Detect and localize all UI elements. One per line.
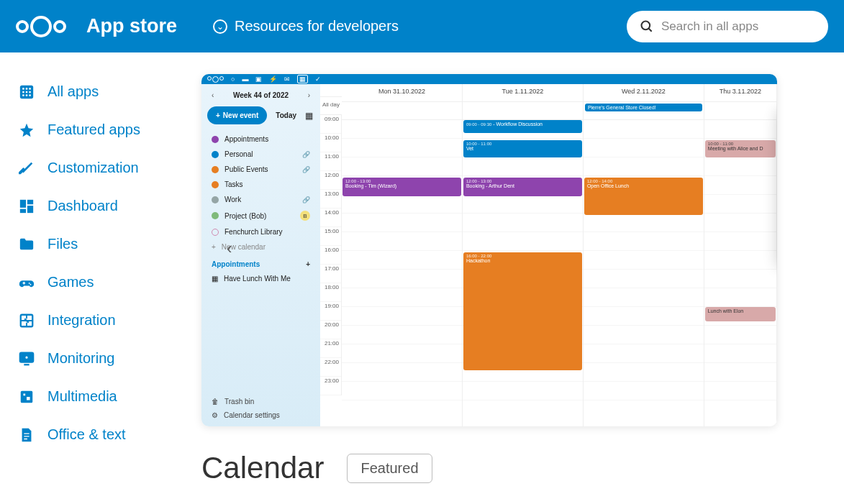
photos-nav-icon: ▣: [255, 75, 262, 83]
svg-rect-14: [27, 206, 33, 213]
app-name: Calendar: [201, 451, 324, 485]
day-column-wed: Wed 2.11.2022 Pierre's General Store Clo…: [584, 84, 704, 426]
allday-label: All day: [320, 97, 342, 115]
sidebar-item-label: Files: [47, 236, 78, 252]
logo[interactable]: App store: [16, 15, 177, 37]
sidebar-item-multimedia[interactable]: Multimedia: [19, 377, 201, 416]
nextcloud-logo-icon: [16, 16, 66, 37]
plus-icon: +: [216, 111, 220, 119]
calendar-event[interactable]: 12:00 - 13:00Booking - Tim (Wizard): [342, 178, 461, 196]
collapse-sidebar-button[interactable]: ‹: [227, 239, 232, 258]
dashboard-icon: [19, 198, 35, 214]
svg-rect-12: [20, 199, 26, 207]
svg-point-11: [29, 94, 31, 96]
sidebar-item-games[interactable]: Games: [19, 263, 201, 301]
sidebar-item-label: Featured apps: [47, 122, 140, 138]
page-title: App store: [86, 15, 177, 37]
dashboard-nav-icon: ○: [231, 75, 235, 83]
day-header: Thu 3.11.2022: [704, 84, 776, 102]
sidebar-item-label: Customization: [47, 160, 139, 176]
tasks-nav-icon: ✓: [315, 75, 321, 83]
day-column-tue: Tue 1.11.2022 09:00 - 09:30 - Workflow D…: [463, 84, 584, 426]
svg-point-3: [22, 88, 24, 90]
calendar-event[interactable]: Lunch with Elon: [705, 307, 776, 321]
sidebar-item-label: Monitoring: [47, 350, 114, 367]
screenshot-sidebar: ‹ Week 44 of 2022 › + New event Today ▦ …: [201, 84, 320, 426]
calendar-item[interactable]: Public Events🔗: [207, 162, 314, 177]
settings-button[interactable]: ⚙Calendar settings: [207, 408, 315, 422]
new-event-button[interactable]: + New event: [207, 106, 267, 124]
appointments-section: Appointments +: [207, 255, 314, 271]
sidebar-item-integration[interactable]: Integration: [19, 301, 201, 339]
calendar-event[interactable]: 09:00 - 09:30 - Workflow Discussion: [463, 120, 582, 133]
sidebar-item-featured-apps[interactable]: Featured apps: [19, 111, 201, 149]
sidebar-item-label: Integration: [47, 312, 116, 329]
top-bar: App store ⌄ Resources for developers: [0, 0, 844, 52]
svg-point-7: [26, 91, 28, 93]
day-column-thu: Thu 3.11.2022 10:00 - 11:00Meeting with …: [704, 84, 777, 426]
calendar-event[interactable]: 12:00 - 13:00Booking - Arthur Dent: [463, 178, 582, 196]
resources-link[interactable]: ⌄ Resources for developers: [213, 18, 399, 35]
share-icon: 🔗: [302, 196, 310, 203]
files-nav-icon: ▬: [242, 75, 248, 83]
time-column: 09:0010:0011:00 12:0013:0014:00 15:0016:…: [320, 115, 342, 395]
star-icon: [19, 122, 35, 138]
folder-icon: [19, 237, 35, 252]
resources-label: Resources for developers: [235, 18, 399, 35]
appointment-item[interactable]: ▦Have Lunch With Me: [207, 271, 314, 286]
main-content: ○ ▬ ▣ ⚡ ✉ ▦ ✓ ‹ Week 44 of 2022 ›: [201, 52, 844, 485]
sidebar-item-all-apps[interactable]: All apps: [19, 73, 201, 111]
document-icon: [19, 427, 35, 443]
view-toggle-icon[interactable]: ▦: [305, 111, 313, 121]
svg-point-9: [22, 94, 24, 96]
svg-point-0: [642, 21, 650, 29]
svg-rect-13: [27, 199, 33, 203]
calendar-item[interactable]: Work🔗: [207, 192, 314, 207]
calendar-event[interactable]: 16:00 - 22:00Hackathon: [463, 252, 582, 370]
calendar-event[interactable]: 10:00 - 11:00Vet: [463, 140, 582, 157]
next-week-button[interactable]: ›: [308, 91, 310, 99]
sidebar-item-office-text[interactable]: Office & text: [19, 416, 201, 454]
calendar-icon: ▦: [212, 275, 218, 283]
add-appointment-button[interactable]: +: [306, 260, 310, 268]
svg-point-10: [26, 94, 28, 96]
sidebar-item-monitoring[interactable]: Monitoring: [19, 339, 201, 377]
calendar-event[interactable]: 12:00 - 14:00Open Office Lunch: [584, 178, 703, 215]
svg-point-16: [29, 283, 30, 284]
calendar-item[interactable]: Project (Bob)B: [207, 207, 314, 224]
search-input[interactable]: [661, 19, 815, 34]
trash-button[interactable]: 🗑Trash bin: [207, 395, 315, 408]
screenshot-topbar: ○ ▬ ▣ ⚡ ✉ ▦ ✓: [201, 74, 777, 84]
avatar-badge: B: [300, 211, 310, 221]
prev-week-button[interactable]: ‹: [212, 91, 214, 99]
gear-icon: ⚙: [212, 411, 218, 419]
sidebar-item-dashboard[interactable]: Dashboard: [19, 187, 201, 225]
sidebar-item-files[interactable]: Files: [19, 225, 201, 263]
svg-point-6: [22, 91, 24, 93]
calendar-item[interactable]: Personal🔗: [207, 147, 314, 162]
allday-event[interactable]: Pierre's General Store Closed!: [585, 104, 702, 111]
search-container: [627, 11, 828, 42]
app-screenshot: ○ ▬ ▣ ⚡ ✉ ▦ ✓ ‹ Week 44 of 2022 ›: [201, 74, 777, 426]
sidebar-item-customization[interactable]: Customization: [19, 149, 201, 187]
svg-line-1: [649, 28, 652, 31]
share-icon: 🔗: [302, 166, 310, 173]
calendar-nav-icon: ▦: [297, 75, 308, 83]
chevron-down-circle-icon: ⌄: [213, 19, 227, 34]
calendar-item[interactable]: Fenchurch Library: [207, 224, 314, 239]
svg-point-17: [30, 283, 32, 285]
today-button[interactable]: Today: [270, 106, 302, 124]
new-calendar-button[interactable]: +New calendar: [207, 239, 314, 255]
monitor-icon: [19, 351, 35, 367]
multimedia-icon: [19, 389, 35, 405]
svg-rect-19: [24, 281, 24, 284]
activity-nav-icon: ⚡: [269, 75, 277, 83]
featured-badge: Featured: [347, 454, 432, 483]
svg-point-22: [24, 355, 29, 359]
mail-nav-icon: ✉: [284, 75, 290, 83]
calendar-item[interactable]: Tasks: [207, 177, 314, 192]
day-header: Mon 31.10.2022: [342, 84, 462, 102]
week-label: Week 44 of 2022: [233, 91, 289, 99]
calendar-item[interactable]: Appointments: [207, 132, 314, 147]
calendar-event[interactable]: 10:00 - 11:00Meeting with Alice and D: [705, 140, 776, 157]
